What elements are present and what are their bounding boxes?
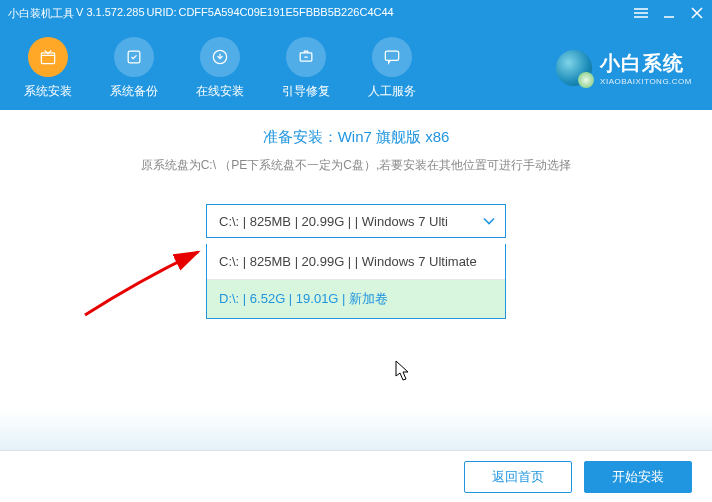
- start-install-button[interactable]: 开始安装: [584, 461, 692, 493]
- footer: 返回首页 开始安装: [0, 450, 712, 502]
- brand-title: 小白系统: [600, 50, 692, 77]
- nav-online-install[interactable]: 在线安装: [192, 37, 248, 100]
- urid-label: URID:: [147, 6, 177, 21]
- nav-label: 系统安装: [24, 83, 72, 100]
- nav-system-install[interactable]: 系统安装: [20, 37, 76, 100]
- drive-select-value: C:\: | 825MB | 20.99G | | Windows 7 Ulti: [219, 214, 448, 229]
- menu-button[interactable]: [634, 6, 648, 20]
- app-name: 小白装机工具: [8, 6, 74, 21]
- nav-label: 系统备份: [110, 83, 158, 100]
- chat-icon: [372, 37, 412, 77]
- titlebar: 小白装机工具 V 3.1.572.285 URID: CDFF5A594C09E…: [0, 0, 712, 26]
- nav-label: 人工服务: [368, 83, 416, 100]
- header: 系统安装 系统备份 在线安装 引导修复 人工服务: [0, 26, 712, 110]
- drive-option-d[interactable]: D:\: | 6.52G | 19.01G | 新加卷: [207, 280, 505, 318]
- nav-label: 引导修复: [282, 83, 330, 100]
- nav-support[interactable]: 人工服务: [364, 37, 420, 100]
- close-button[interactable]: [690, 6, 704, 20]
- drive-option-c[interactable]: C:\: | 825MB | 20.99G | | Windows 7 Ulti…: [207, 244, 505, 280]
- back-button[interactable]: 返回首页: [464, 461, 572, 493]
- arrow-annotation-icon: [80, 240, 210, 320]
- backup-icon: [114, 37, 154, 77]
- drive-dropdown: C:\: | 825MB | 20.99G | | Windows 7 Ulti…: [206, 244, 506, 319]
- chevron-down-icon: [483, 214, 495, 229]
- drive-select[interactable]: C:\: | 825MB | 20.99G | | Windows 7 Ulti: [206, 204, 506, 238]
- repair-icon: [286, 37, 326, 77]
- brand-subtitle: XIAOBAIXITONG.COM: [600, 77, 692, 86]
- box-install-icon: [28, 37, 68, 77]
- brand-logo-icon: [556, 50, 592, 86]
- nav-system-backup[interactable]: 系统备份: [106, 37, 162, 100]
- nav-boot-repair[interactable]: 引导修复: [278, 37, 334, 100]
- install-title: 准备安装：Win7 旗舰版 x86: [40, 128, 672, 147]
- download-icon: [200, 37, 240, 77]
- minimize-button[interactable]: [662, 6, 676, 20]
- main-content: 准备安装：Win7 旗舰版 x86 原系统盘为C:\ （PE下系统盘不一定为C盘…: [0, 110, 712, 450]
- install-note: 原系统盘为C:\ （PE下系统盘不一定为C盘）,若要安装在其他位置可进行手动选择: [40, 157, 672, 174]
- cursor-icon: [395, 360, 411, 382]
- brand: 小白系统 XIAOBAIXITONG.COM: [556, 50, 692, 86]
- app-version: V 3.1.572.285: [76, 6, 145, 21]
- nav-label: 在线安装: [196, 83, 244, 100]
- urid-value: CDFF5A594C09E191E5FBBB5B226C4C44: [178, 6, 393, 21]
